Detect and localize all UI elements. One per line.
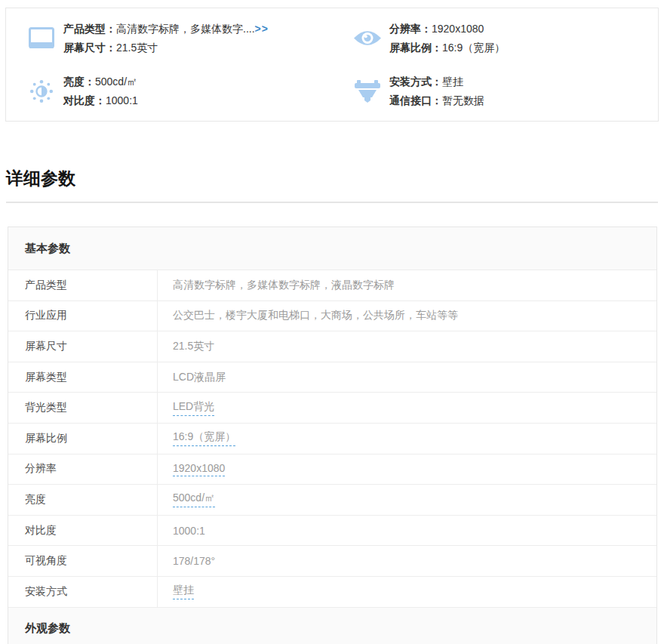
spec-value: 壁挂 <box>442 75 463 88</box>
table-row: 屏幕类型 LCD液晶屏 <box>8 362 656 393</box>
table-row: 行业应用 公交巴士，楼宇大厦和电梯口，大商场，公共场所，车站等等 <box>8 300 656 331</box>
spec-label: 屏幕尺寸： <box>63 42 116 54</box>
quick-spec-item-mount: 安装方式：壁挂 通信接口：暂无数据 <box>332 72 658 110</box>
quick-spec-item-resolution: 分辨率：1920x1080 屏幕比例：16:9（宽屏） <box>332 20 658 57</box>
quick-spec-item-brightness: 亮度：500cd/㎡ 对比度：1000:1 <box>6 72 332 110</box>
value-link[interactable]: 16:9（宽屏） <box>173 430 235 446</box>
value-link[interactable]: LED背光 <box>173 400 214 416</box>
quick-spec-card: 产品类型：高清数字标牌，多媒体数字....>> 屏幕尺寸：21.5英寸 分辨率：… <box>5 8 659 122</box>
row-value: 21.5英寸 <box>158 331 656 362</box>
quick-spec-line: 屏幕比例：16:9（宽屏） <box>389 39 505 57</box>
table-group-header-basic: 基本参数 <box>8 227 656 270</box>
spec-value: 21.5英寸 <box>116 42 158 54</box>
table-row: 产品类型 高清数字标牌，多媒体数字标牌，液晶数字标牌 <box>8 270 656 300</box>
quick-spec-line: 对比度：1000:1 <box>63 91 138 110</box>
value-text: 公交巴士，楼宇大厦和电梯口，大商场，公共场所，车站等等 <box>173 309 458 322</box>
row-label: 背光类型 <box>8 393 158 423</box>
divider <box>6 202 658 203</box>
value-link[interactable]: 1920x1080 <box>173 462 225 476</box>
table-row: 屏幕尺寸 21.5英寸 <box>8 331 656 362</box>
table-row: 屏幕比例 16:9（宽屏） <box>8 423 656 454</box>
spec-label: 亮度： <box>63 75 95 88</box>
quick-spec-line: 分辨率：1920x1080 <box>389 20 505 39</box>
value-text: LCD液晶屏 <box>173 371 226 384</box>
eye-icon <box>353 29 382 48</box>
value-text: 178/178° <box>173 555 215 567</box>
spec-label: 对比度： <box>63 94 106 106</box>
row-value: 1000:1 <box>158 516 656 546</box>
page-title: 详细参数 <box>6 167 664 190</box>
value-text: 21.5英寸 <box>173 340 214 353</box>
quick-spec-line: 通信接口：暂无数据 <box>389 91 484 110</box>
row-label: 屏幕类型 <box>8 362 158 393</box>
row-label: 分辨率 <box>8 454 158 485</box>
table-row: 可视角度 178/178° <box>8 545 656 576</box>
spec-label: 安装方式： <box>389 75 442 88</box>
spec-value: 高清数字标牌，多媒体数字.... <box>116 23 255 35</box>
spec-label: 产品类型： <box>63 23 116 35</box>
table-group-header-appearance: 外观参数 <box>8 607 656 644</box>
table-row: 亮度 500cd/㎡ <box>8 484 656 515</box>
row-label: 屏幕尺寸 <box>8 331 158 362</box>
row-value: 500cd/㎡ <box>158 485 656 515</box>
spec-value: 暂无数据 <box>442 94 484 106</box>
row-label: 安装方式 <box>8 577 158 607</box>
row-value: 178/178° <box>158 546 656 576</box>
value-link[interactable]: 壁挂 <box>173 584 194 599</box>
vga-connector-icon <box>353 80 382 103</box>
row-label: 屏幕比例 <box>8 424 158 454</box>
more-link[interactable]: >> <box>255 23 269 35</box>
spec-label: 屏幕比例： <box>389 42 442 54</box>
table-row: 对比度 1000:1 <box>8 515 656 546</box>
quick-spec-line: 亮度：500cd/㎡ <box>63 72 138 91</box>
row-label: 产品类型 <box>8 270 158 300</box>
spec-value: 1000:1 <box>106 94 138 106</box>
row-value: 1920x1080 <box>158 454 656 485</box>
row-value: 高清数字标牌，多媒体数字标牌，液晶数字标牌 <box>158 270 656 300</box>
quick-spec-line: 产品类型：高清数字标牌，多媒体数字....>> <box>63 20 269 39</box>
row-value: LED背光 <box>158 393 656 423</box>
quick-spec-line: 屏幕尺寸：21.5英寸 <box>63 39 269 57</box>
spec-label: 分辨率： <box>389 23 432 35</box>
spec-label: 通信接口： <box>389 94 442 106</box>
row-value: 16:9（宽屏） <box>158 424 656 454</box>
monitor-icon <box>27 27 56 49</box>
quick-spec-line: 安装方式：壁挂 <box>389 72 484 91</box>
row-label: 亮度 <box>8 485 158 515</box>
value-link[interactable]: 500cd/㎡ <box>173 491 215 507</box>
row-label: 可视角度 <box>8 546 158 576</box>
row-value: 壁挂 <box>158 577 656 607</box>
spec-table: 基本参数 产品类型 高清数字标牌，多媒体数字标牌，液晶数字标牌 行业应用 公交巴… <box>8 226 657 644</box>
spec-value: 16:9（宽屏） <box>442 42 505 54</box>
row-label: 行业应用 <box>8 301 158 331</box>
value-text: 高清数字标牌，多媒体数字标牌，液晶数字标牌 <box>173 279 395 292</box>
row-value: LCD液晶屏 <box>158 362 656 393</box>
quick-spec-item-product-type: 产品类型：高清数字标牌，多媒体数字....>> 屏幕尺寸：21.5英寸 <box>6 20 332 57</box>
spec-value: 1920x1080 <box>432 23 484 35</box>
table-row: 安装方式 壁挂 <box>8 576 656 607</box>
table-row: 分辨率 1920x1080 <box>8 454 656 485</box>
brightness-icon <box>27 79 56 103</box>
spec-value: 500cd/㎡ <box>95 75 137 88</box>
row-value: 公交巴士，楼宇大厦和电梯口，大商场，公共场所，车站等等 <box>158 301 656 331</box>
row-label: 对比度 <box>8 516 158 546</box>
value-text: 1000:1 <box>173 525 205 537</box>
table-row: 背光类型 LED背光 <box>8 392 656 423</box>
